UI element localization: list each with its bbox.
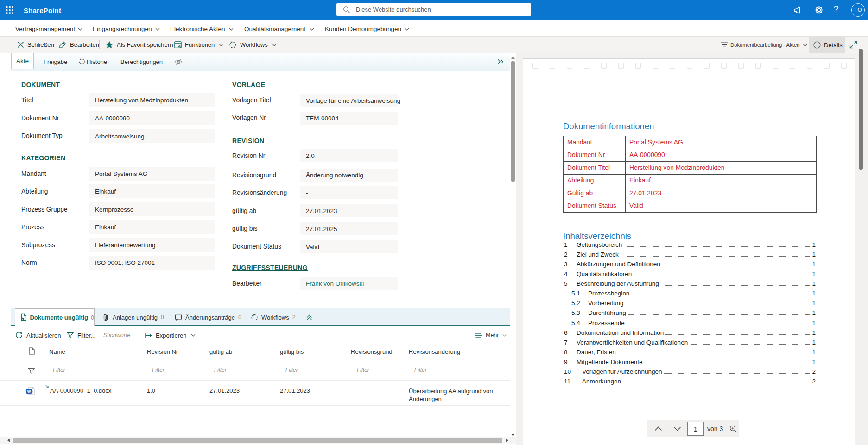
svg-text:W: W — [27, 389, 31, 394]
